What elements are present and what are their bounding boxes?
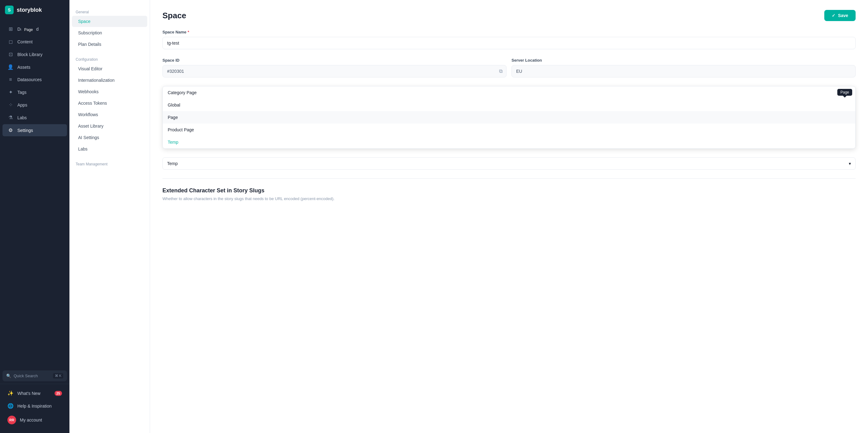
sidebar-item-help[interactable]: 🌐 Help & Inspiration (2, 400, 67, 412)
nav-item-internationalization[interactable]: Internationalization (72, 75, 147, 86)
general-section-label: General (69, 7, 150, 15)
sidebar-item-apps[interactable]: ⁘ Apps (2, 99, 67, 111)
whats-new-label: What's New (18, 391, 40, 396)
whats-new-icon: ✨ (7, 390, 13, 396)
sidebar-item-datasources[interactable]: ≡ Datasources (2, 74, 67, 86)
quick-search-label: Quick Search (13, 373, 38, 378)
server-location-label: Server Location (512, 58, 856, 63)
search-icon: 🔍 (6, 373, 11, 378)
space-id-input (163, 65, 495, 77)
sidebar-item-labs[interactable]: ⚗ Labs (2, 111, 67, 124)
labs-icon: ⚗ (7, 114, 13, 121)
sidebar-item-label: Assets (18, 65, 30, 70)
sidebar-item-label: Tags (18, 90, 27, 95)
sidebar-item-dashboard[interactable]: ⊞ Dashboard (2, 23, 67, 35)
sidebar-item-label: Datasources (18, 77, 42, 82)
dropdown-item-page[interactable]: Page (163, 111, 855, 124)
dropdown-display[interactable]: Temp ▾ (162, 157, 856, 170)
extended-char-desc: Whether to allow characters in the story… (162, 196, 856, 201)
server-location-col: Server Location EU (512, 58, 856, 77)
nav-item-ai-settings[interactable]: AI Settings (72, 132, 147, 143)
sidebar-item-label: Settings (18, 128, 33, 133)
settings-icon: ⚙ (7, 127, 13, 133)
section-divider (162, 178, 856, 179)
extended-char-heading: Extended Character Set in Story Slugs (162, 188, 856, 194)
sidebar-item-assets[interactable]: 👤 Assets (2, 61, 67, 73)
dropdown-item-global: Global Page (163, 99, 855, 111)
content-type-dropdown-section: Category Page Global Page Page Product P… (162, 86, 856, 170)
copy-id-button[interactable]: ⧉ (495, 66, 506, 76)
page-title: Space (162, 11, 186, 21)
sidebar-item-settings[interactable]: ⚙ Settings (2, 124, 67, 136)
nav-item-space[interactable]: Space (72, 16, 147, 27)
dashboard-icon: ⊞ (7, 26, 13, 32)
my-account-label: My account (20, 418, 42, 423)
sidebar-item-tags[interactable]: ✦ Tags (2, 86, 67, 98)
configuration-section-label: Configuration (69, 55, 150, 63)
sidebar-item-block-library[interactable]: ⊡ Block Library (2, 48, 67, 60)
sidebar-item-whats-new[interactable]: ✨ What's New 25 (2, 387, 67, 399)
dropdown-item-category-page[interactable]: Category Page (163, 87, 855, 99)
dropdown-selected-value: Temp (167, 161, 178, 166)
quick-search-shortcut: ⌘ K (53, 373, 63, 378)
sidebar-item-label: Apps (18, 102, 27, 107)
space-name-section: Space Name * (162, 30, 856, 49)
whats-new-badge: 25 (55, 391, 62, 396)
nav-item-workflows[interactable]: Workflows (72, 109, 147, 120)
nav-item-labs-config[interactable]: Labs (72, 143, 147, 155)
space-name-label: Space Name * (162, 30, 856, 34)
dropdown-list: Category Page Global Page Page Product P… (162, 86, 856, 149)
apps-icon: ⁘ (7, 102, 13, 108)
team-management-section-label: Team Management (69, 160, 150, 168)
sidebar-item-content[interactable]: ◻ Content Page (2, 36, 67, 48)
sidebar-item-label: Dashboard (18, 27, 39, 32)
sidebar-item-label: Labs (18, 115, 27, 120)
sidebar-item-my-account[interactable]: RR My account (2, 412, 67, 427)
id-location-row: Space ID ⧉ Server Location EU (162, 58, 856, 77)
tags-icon: ✦ (7, 89, 13, 95)
avatar: RR (7, 415, 16, 424)
datasources-icon: ≡ (7, 77, 13, 82)
space-id-field: ⧉ (162, 65, 506, 77)
space-name-input[interactable] (162, 37, 856, 49)
nav-item-plan-details[interactable]: Plan Details (72, 39, 147, 50)
content-icon: ◻ (7, 39, 13, 44)
required-star: * (188, 30, 189, 34)
save-button[interactable]: ✓ Save (824, 10, 856, 21)
assets-icon: 👤 (7, 64, 13, 70)
sidebar-item-label: Block Library (18, 52, 42, 57)
help-icon: 🌐 (7, 403, 13, 409)
chevron-down-icon: ▾ (849, 161, 851, 166)
help-label: Help & Inspiration (18, 404, 52, 408)
sidebar: S storyblok ⊞ Dashboard ◻ Content Page ⊡… (0, 0, 69, 433)
nav-item-visual-editor[interactable]: Visual Editor (72, 63, 147, 74)
logo-text: storyblok (17, 7, 42, 13)
main-content: Space ✓ Save Space Name * Space ID ⧉ Ser… (150, 0, 868, 433)
nav-item-subscription[interactable]: Subscription (72, 27, 147, 38)
nav-item-webhooks[interactable]: Webhooks (72, 86, 147, 97)
checkmark-icon: ✓ (832, 13, 835, 18)
middle-panel: General Space Subscription Plan Details … (69, 0, 150, 433)
sidebar-bottom: ✨ What's New 25 🌐 Help & Inspiration RR … (0, 384, 69, 433)
main-header: Space ✓ Save (162, 10, 856, 21)
space-id-label: Space ID (162, 58, 506, 63)
nav-item-access-tokens[interactable]: Access Tokens (72, 98, 147, 109)
nav-item-asset-library[interactable]: Asset Library (72, 121, 147, 132)
sidebar-item-label: Content (18, 39, 33, 44)
extended-char-section: Extended Character Set in Story Slugs Wh… (162, 188, 856, 201)
dropdown-item-product-page[interactable]: Product Page (163, 124, 855, 136)
sidebar-nav: ⊞ Dashboard ◻ Content Page ⊡ Block Libra… (0, 20, 69, 368)
block-library-icon: ⊡ (7, 52, 13, 57)
server-location-value: EU (512, 65, 856, 77)
sidebar-logo[interactable]: S storyblok (0, 0, 69, 20)
quick-search[interactable]: 🔍 Quick Search ⌘ K (2, 370, 67, 381)
space-id-col: Space ID ⧉ (162, 58, 506, 77)
logo-icon: S (5, 6, 13, 14)
dropdown-item-temp[interactable]: Temp (163, 136, 855, 148)
